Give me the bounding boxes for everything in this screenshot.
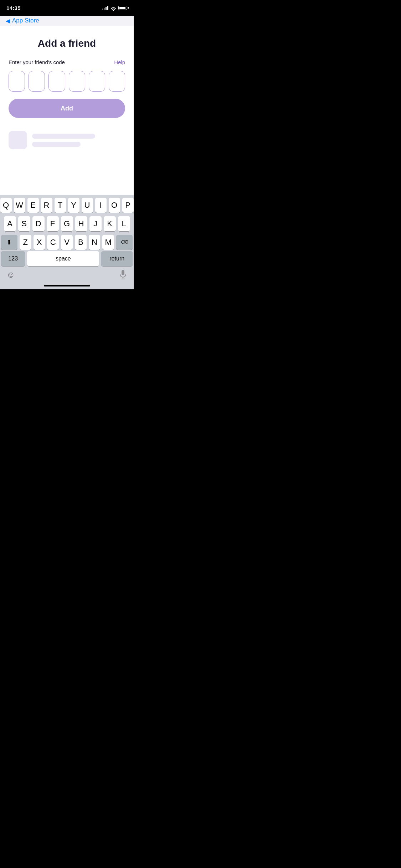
keyboard-rows: Q W E R T Y U I O P A S D F G H J K L ⬆ … [0,195,134,251]
key-U[interactable]: U [82,198,93,213]
code-box-2[interactable] [29,71,45,92]
key-Q[interactable]: Q [0,198,12,213]
wifi-icon [110,6,116,10]
mic-icon[interactable] [119,270,127,280]
add-button[interactable]: Add [9,99,125,118]
key-P[interactable]: P [122,198,134,213]
battery-icon [118,6,127,10]
key-A[interactable]: A [4,216,16,231]
help-link[interactable]: Help [114,59,125,65]
key-Z[interactable]: Z [20,235,31,250]
key-C[interactable]: C [47,235,59,250]
key-T[interactable]: T [55,198,66,213]
keyboard-row-3: ⬆ Z X C V B N M ⌫ [1,235,133,250]
key-K[interactable]: K [104,216,116,231]
key-M[interactable]: M [102,235,114,250]
key-O[interactable]: O [109,198,120,213]
key-W[interactable]: W [14,198,25,213]
key-N[interactable]: N [89,235,101,250]
home-bar [44,285,90,286]
key-L[interactable]: L [118,216,130,231]
keyboard-row-1: Q W E R T Y U I O P [1,198,133,213]
key-Y[interactable]: Y [68,198,79,213]
skeleton-item [9,128,125,152]
code-box-6[interactable] [109,71,125,92]
code-box-3[interactable] [48,71,65,92]
skeleton-line-1 [32,134,95,139]
skeleton-avatar [9,131,27,149]
keyboard: Q W E R T Y U I O P A S D F G H J K L ⬆ … [0,195,134,289]
key-R[interactable]: R [41,198,52,213]
keyboard-bottom-row: 123 space return [0,251,134,268]
key-H[interactable]: H [75,216,87,231]
signal-icon [102,6,108,10]
key-S[interactable]: S [18,216,30,231]
svg-rect-0 [122,270,124,275]
space-key[interactable]: space [27,251,99,266]
key-V[interactable]: V [61,235,73,250]
shift-key[interactable]: ⬆ [1,235,17,250]
key-J[interactable]: J [89,216,102,231]
code-box-4[interactable] [69,71,85,92]
skeleton-lines [32,134,125,147]
status-time: 14:35 [6,5,21,11]
emoji-icon[interactable]: ☺ [6,270,15,280]
code-input-group[interactable] [9,71,125,92]
code-box-5[interactable] [89,71,105,92]
key-D[interactable]: D [32,216,45,231]
home-indicator [0,283,134,289]
subtitle-text: Enter your friend's code [9,59,65,65]
key-X[interactable]: X [34,235,45,250]
code-box-1[interactable] [9,71,25,92]
nav-bar: ◀ App Store [0,16,134,26]
keyboard-extras-row: ☺ [0,268,134,283]
key-G[interactable]: G [61,216,73,231]
key-E[interactable]: E [27,198,39,213]
key-I[interactable]: I [95,198,107,213]
key-B[interactable]: B [75,235,87,250]
key-F[interactable]: F [47,216,59,231]
skeleton-line-2 [32,142,81,147]
back-chevron-icon: ◀ [6,17,10,24]
return-key[interactable]: return [101,251,133,266]
back-button[interactable]: ◀ App Store [6,17,39,24]
status-bar: 14:35 [0,0,134,16]
back-label: App Store [12,17,39,24]
page-title: Add a friend [9,38,125,49]
keyboard-row-2: A S D F G H J K L [1,216,133,231]
subtitle-row: Enter your friend's code Help [9,59,125,65]
numbers-key[interactable]: 123 [1,251,25,266]
main-content: Add a friend Enter your friend's code He… [0,26,134,161]
status-icons [102,6,127,10]
delete-key[interactable]: ⌫ [116,235,133,250]
